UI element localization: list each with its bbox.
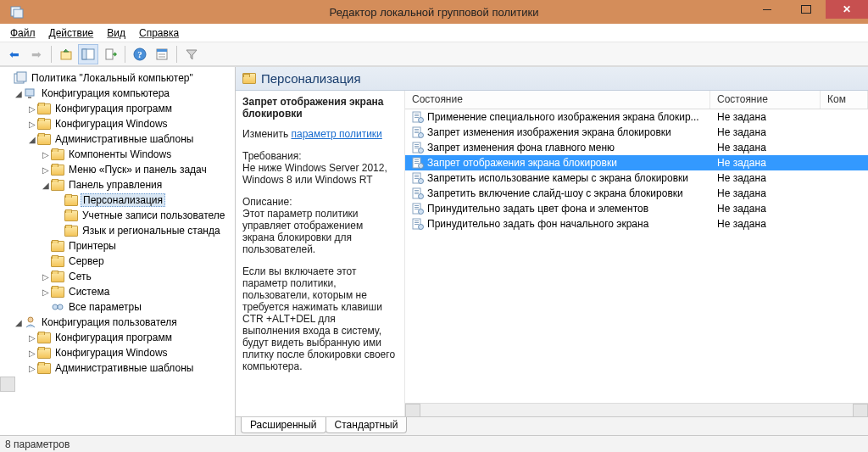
tree-label: Политика "Локальный компьютер" [30,72,195,84]
expand-icon[interactable]: ▷ [27,120,37,129]
folder-icon [37,331,51,344]
close-button[interactable] [826,0,868,19]
tree-root[interactable]: Политика "Локальный компьютер" [0,70,235,86]
toolbar-separator [125,46,125,63]
export-list-button[interactable] [100,44,120,64]
svg-rect-41 [415,175,419,176]
menu-view[interactable]: Вид [102,25,131,41]
tree-label: Система [67,286,111,298]
expand-icon[interactable]: ▷ [27,104,37,114]
list-horizontal-scrollbar[interactable] [405,403,868,416]
collapse-icon[interactable]: ◢ [14,89,24,98]
tree-user-config[interactable]: ◢ Конфигурация пользователя [0,315,235,330]
tree-item[interactable]: ▷Меню «Пуск» и панель задач [0,162,235,177]
tree-item[interactable]: ▷Административные шаблоны [0,360,235,376]
tree-label: Все параметры [67,301,143,313]
tree-admin-templates[interactable]: ◢Административные шаблоны [0,131,235,147]
tree-item[interactable]: ▷Система [0,284,235,299]
tree-label: Конфигурация программ [53,103,174,114]
policy-item-icon [412,157,424,169]
tree-item[interactable]: ▷Конфигурация Windows [0,345,235,360]
edit-policy-link[interactable]: параметр политики [291,128,381,140]
up-one-level-button[interactable] [56,44,76,64]
collapse-icon[interactable]: ◢ [14,318,24,327]
policy-comment-cell [821,147,868,148]
policy-state-cell: Не задана [710,187,821,200]
policy-comment-cell [821,116,868,118]
filter-button[interactable] [181,44,202,64]
toolbar-separator [51,46,52,63]
collapse-icon[interactable]: ◢ [41,181,51,190]
tree-item[interactable]: ▷Конфигурация программ [0,330,235,345]
column-header-comment[interactable]: Ком [821,91,868,109]
folder-icon [64,209,78,222]
policy-row[interactable]: Принудительно задать цвет фона и элемент… [405,201,868,216]
show-hide-tree-button[interactable] [78,44,98,64]
toolbar-separator [176,46,177,63]
policy-row[interactable]: Запрет отображения экрана блокировкиНе з… [405,155,868,170]
policy-name-cell: Запретить использование камеры с экрана … [405,171,710,185]
policy-row[interactable]: Запретить использование камеры с экрана … [405,170,868,186]
help-button[interactable]: ? [130,44,150,64]
tree-pane[interactable]: Политика "Локальный компьютер" ◢ Конфигу… [0,67,236,435]
tree-item[interactable]: Сервер [0,254,235,269]
svg-point-49 [419,194,424,199]
svg-rect-15 [25,89,34,96]
policy-list[interactable]: Применение специального изображения экра… [405,109,868,403]
svg-rect-2 [61,52,71,59]
policy-row[interactable]: Применение специального изображения экра… [405,109,868,125]
expand-icon[interactable]: ▷ [41,165,51,175]
tree-item[interactable]: Язык и региональные станда [0,223,235,238]
tree-item[interactable]: ▷Сеть [0,269,235,284]
svg-point-34 [419,148,424,153]
tab-extended[interactable]: Расширенный [241,417,326,433]
policy-state-cell: Не задана [710,217,821,231]
policy-name-cell: Применение специального изображения экра… [405,110,710,124]
column-header-name[interactable]: Состояние [405,91,710,109]
expand-icon[interactable]: ▷ [27,364,37,373]
policy-name-cell: Запрет изменения изображения экрана блок… [405,126,710,139]
menu-help[interactable]: Справка [134,25,184,41]
policy-row[interactable]: Запретить включение слайд-шоу с экрана б… [405,186,868,201]
svg-rect-31 [415,144,419,145]
svg-rect-53 [415,209,419,209]
tree-label: Конфигурация компьютера [40,87,171,99]
tree-item[interactable]: ▷Компоненты Windows [0,147,235,162]
tree-item[interactable]: ▷Конфигурация Windows [0,116,235,131]
expand-icon[interactable]: ▷ [27,333,37,343]
menu-action[interactable]: Действие [44,25,99,41]
folder-icon [37,117,51,131]
back-button[interactable] [4,44,25,64]
column-header-state[interactable]: Состояние [710,91,821,109]
policy-state-cell: Не задана [710,141,821,154]
minimize-button[interactable] [748,0,787,19]
maximize-button[interactable] [787,0,826,19]
tree-item[interactable]: Учетные записи пользователе [0,208,235,223]
menu-file[interactable]: Файл [5,25,41,41]
tree-label: Язык и региональные станда [81,225,222,237]
policy-comment-cell [821,131,868,133]
tree-item[interactable]: Принтеры [0,238,235,254]
tree-label: Административные шаблоны [53,362,195,374]
expand-icon[interactable]: ▷ [41,272,51,282]
svg-point-54 [419,209,424,215]
tab-standard[interactable]: Стандартный [326,417,408,433]
tree-control-panel[interactable]: ◢Панель управления [0,177,235,193]
svg-rect-14 [17,72,26,81]
forward-button[interactable] [26,44,47,64]
folder-icon [51,285,64,299]
tree-label: Принтеры [67,240,118,252]
expand-icon[interactable]: ▷ [41,150,51,159]
tree-personalization[interactable]: Персонализация [0,193,235,208]
tree-item[interactable]: ▷Конфигурация программ [0,101,235,116]
properties-button[interactable] [152,44,172,64]
policy-row[interactable]: Принудительно задать фон начального экра… [405,216,868,232]
tree-computer-config[interactable]: ◢ Конфигурация компьютера [0,86,235,101]
expand-icon[interactable]: ▷ [27,349,37,358]
collapse-icon[interactable]: ◢ [27,135,37,144]
policy-row[interactable]: Запрет изменения изображения экрана блок… [405,125,868,140]
svg-point-17 [53,304,58,310]
tree-item[interactable]: Все параметры [0,299,235,315]
policy-row[interactable]: Запрет изменения фона главного менюНе за… [405,140,868,155]
expand-icon[interactable]: ▷ [41,287,51,297]
